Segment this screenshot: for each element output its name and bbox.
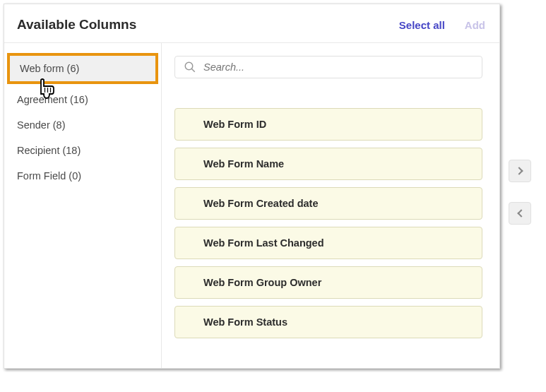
column-item-label: Web Form Name [203, 158, 284, 170]
sidebar-item-label: Sender (8) [17, 119, 66, 131]
panel-title: Available Columns [17, 17, 136, 32]
sidebar-item-web-form[interactable]: Web form (6) [7, 53, 158, 84]
sidebar-item-label: Form Field (0) [17, 170, 81, 182]
sidebar-item-label: Web form (6) [20, 63, 79, 74]
svg-point-0 [185, 62, 193, 70]
add-button[interactable]: Add [465, 19, 485, 31]
panel-header: Available Columns Select all Add [4, 4, 499, 43]
search-input[interactable] [203, 61, 473, 73]
nav-prev-button[interactable] [509, 202, 531, 225]
svg-line-1 [191, 69, 195, 72]
header-actions: Select all Add [399, 19, 485, 31]
column-item[interactable]: Web Form Last Changed [174, 227, 482, 259]
column-item-label: Web Form Group Owner [203, 277, 321, 288]
chevron-right-icon [515, 167, 523, 174]
search-icon [184, 61, 196, 73]
column-item[interactable]: Web Form Name [174, 148, 482, 180]
main-area: Web Form ID Web Form Name Web Form Creat… [162, 43, 499, 368]
select-all-button[interactable]: Select all [399, 19, 445, 31]
sidebar-item-form-field[interactable]: Form Field (0) [4, 163, 161, 189]
sidebar-item-recipient[interactable]: Recipient (18) [4, 138, 161, 163]
column-item-label: Web Form Created date [203, 198, 319, 209]
nav-next-button[interactable] [509, 160, 531, 182]
column-item-label: Web Form Status [203, 316, 287, 328]
column-item-label: Web Form ID [203, 119, 266, 130]
column-item-label: Web Form Last Changed [203, 237, 324, 249]
chevron-left-icon [517, 209, 525, 217]
sidebar-item-agreement[interactable]: Agreement (16) [4, 87, 161, 112]
search-wrap[interactable] [174, 56, 482, 78]
column-item[interactable]: Web Form Group Owner [174, 266, 482, 299]
available-columns-panel: Available Columns Select all Add Web for… [4, 4, 500, 369]
sidebar-item-sender[interactable]: Sender (8) [4, 112, 161, 138]
column-item[interactable]: Web Form Status [174, 306, 482, 338]
sidebar: Web form (6) Agreement (16) Sender (8) R… [4, 43, 162, 368]
panel-content: Web form (6) Agreement (16) Sender (8) R… [4, 43, 499, 368]
column-item[interactable]: Web Form ID [174, 108, 482, 141]
column-item[interactable]: Web Form Created date [174, 187, 482, 220]
sidebar-item-label: Recipient (18) [17, 145, 81, 156]
sidebar-item-label: Agreement (16) [17, 94, 88, 105]
nav-column [509, 160, 531, 244]
